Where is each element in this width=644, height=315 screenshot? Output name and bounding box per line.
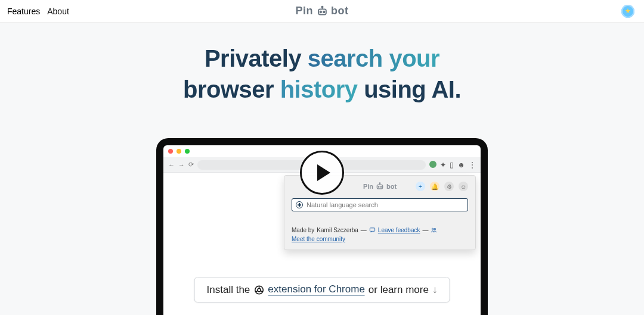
bell-icon[interactable]: 🔔 (430, 182, 439, 191)
svg-line-17 (260, 291, 262, 292)
popup-brand: Pin bot (363, 182, 397, 191)
separator: — (422, 227, 428, 233)
feedback-icon (369, 227, 376, 233)
nav-links: Features About (7, 7, 69, 16)
install-cta[interactable]: Install the extension for Chrome or lear… (194, 277, 450, 302)
play-icon (317, 164, 330, 181)
brand-prefix: Pin (296, 5, 314, 17)
svg-rect-10 (370, 228, 374, 232)
play-button[interactable] (300, 151, 344, 195)
extension-icons: ✦ ▯ ☻ ⋮ (429, 161, 476, 169)
top-bar: Features About Pin bot ★ (0, 0, 644, 23)
svg-point-8 (378, 186, 379, 188)
cta-prefix: Install the (207, 284, 250, 296)
reload-icon: ⟳ (188, 161, 194, 169)
svg-point-12 (434, 228, 436, 230)
forward-icon: → (178, 161, 185, 169)
plus-circle-icon (296, 201, 303, 208)
popup-brand-prefix: Pin (363, 183, 373, 190)
back-icon: ← (168, 161, 175, 169)
svg-point-4 (323, 11, 324, 13)
svg-point-0 (321, 6, 323, 7)
popup-footer: Made by Kamil Szczerba — Leave feedback … (292, 227, 468, 242)
svg-point-9 (380, 186, 382, 188)
maximize-dot-icon (185, 149, 190, 154)
extension-dot-icon (429, 161, 436, 168)
kebab-icon: ⋮ (469, 161, 476, 169)
author-name: Kamil Szczerba (317, 227, 358, 233)
separator: — (361, 227, 367, 233)
headline-accent: search your (308, 45, 439, 71)
square-icon: ▯ (450, 161, 454, 169)
nav-about[interactable]: About (47, 7, 69, 16)
headline-word: using AI. (358, 76, 462, 102)
popup-brand-suffix: bot (386, 183, 397, 190)
svg-line-16 (256, 291, 258, 292)
add-icon[interactable]: + (416, 182, 425, 191)
rating-badge[interactable]: ★ (621, 5, 634, 18)
svg-point-3 (320, 11, 321, 13)
face-icon[interactable]: ☺ (459, 182, 468, 191)
robot-icon (375, 182, 385, 191)
nav-features[interactable]: Features (7, 7, 40, 16)
gear-icon[interactable]: ⚙ (444, 182, 454, 191)
cta-suffix: or learn more (369, 284, 429, 296)
headline-accent: history (280, 76, 358, 102)
svg-point-11 (432, 228, 434, 230)
svg-point-5 (379, 183, 380, 183)
page-headline: Privately search your browser history us… (0, 43, 644, 105)
puzzle-icon: ✦ (440, 161, 446, 169)
profile-icon: ☻ (457, 161, 465, 169)
headline-word: browser (183, 76, 280, 102)
community-link[interactable]: Meet the community (292, 236, 345, 242)
brand-logo[interactable]: Pin bot (296, 5, 349, 18)
chrome-link[interactable]: extension for Chrome (268, 283, 365, 296)
star-icon: ★ (625, 8, 631, 14)
made-by-text: Made by (292, 227, 314, 233)
popup-action-icons: + 🔔 ⚙ ☺ (416, 182, 468, 191)
brand-suffix: bot (331, 5, 348, 17)
community-icon (431, 227, 437, 233)
feedback-link[interactable]: Leave feedback (378, 227, 420, 233)
robot-icon (315, 5, 329, 18)
search-box[interactable] (292, 198, 468, 211)
close-dot-icon (168, 149, 173, 154)
chrome-icon (253, 285, 264, 295)
search-input[interactable] (306, 201, 464, 208)
down-arrow-icon: ↓ (432, 284, 438, 296)
headline-word: Privately (205, 45, 308, 71)
minimize-dot-icon (177, 149, 181, 154)
